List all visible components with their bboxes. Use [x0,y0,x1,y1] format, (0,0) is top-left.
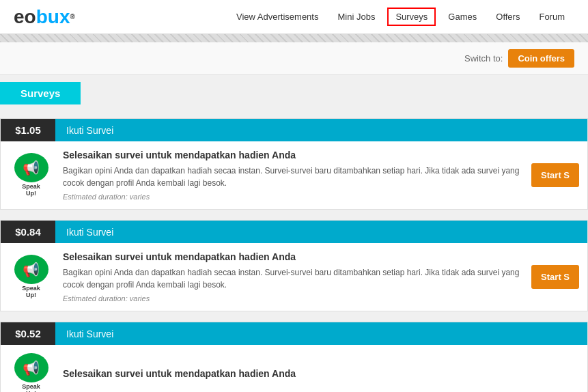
header: eobux® View Advertisements Mini Jobs Sur… [0,0,588,34]
survey-title: Selesaikan survei untuk mendapatkan hadi… [63,150,522,160]
survey-desc: Bagikan opini Anda dan dapatkan hadiah s… [63,266,522,291]
survey-header: $1.05 Ikuti Survei [1,119,587,141]
survey-content: Selesaikan survei untuk mendapatkan hadi… [63,368,579,383]
speak-up-circle: 📢 [14,255,48,284]
speak-up-circle: 📢 [14,153,48,182]
speak-up-logo: 📢 SpeakUp! [9,153,53,197]
survey-content: Selesaikan survei untuk mendapatkan hadi… [63,251,522,303]
nav-games[interactable]: Games [438,1,486,32]
nav-offers[interactable]: Offers [486,1,529,32]
speak-up-logo: 📢 SpeakUp! [9,353,53,392]
speak-up-label: SpeakUp! [22,384,40,392]
survey-item: $0.84 Ikuti Survei 📢 SpeakUp! Selesaikan… [0,220,588,311]
main-nav: View Advertisements Mini Jobs Surveys Ga… [227,1,574,32]
survey-title: Selesaikan survei untuk mendapatkan hadi… [63,251,522,262]
survey-body: 📢 SpeakUp! Selesaikan survei untuk menda… [1,141,587,209]
start-survey-button[interactable]: Start S [531,163,579,187]
page-title-area: Surveys [0,75,588,111]
logo: eobux® [14,6,75,28]
survey-header: $0.84 Ikuti Survei [1,221,587,243]
survey-desc: Bagikan opini Anda dan dapatkan hadiah s… [63,165,522,189]
survey-body: 📢 SpeakUp! Selesaikan survei untuk menda… [1,345,587,392]
survey-header: $0.52 Ikuti Survei [1,322,587,345]
survey-price: $0.52 [1,322,55,345]
survey-header-title: Ikuti Survei [55,120,124,141]
page-title-tab: Surveys [0,82,81,104]
surveys-container: $1.05 Ikuti Survei 📢 SpeakUp! Selesaikan… [0,111,588,392]
survey-title: Selesaikan survei untuk mendapatkan hadi… [63,368,579,379]
speak-up-circle: 📢 [14,353,48,382]
nav-mini-jobs[interactable]: Mini Jobs [328,1,384,32]
nav-forum[interactable]: Forum [529,1,574,32]
survey-price: $0.84 [1,221,55,243]
switch-bar: Switch to: Coin offers [0,42,588,75]
survey-price: $1.05 [1,119,55,141]
survey-header-title: Ikuti Survei [55,221,124,243]
coin-offers-button[interactable]: Coin offers [508,49,574,68]
gray-divider [0,34,588,42]
nav-surveys[interactable]: Surveys [387,8,436,26]
speak-up-label: SpeakUp! [22,184,40,197]
logo-registered: ® [70,13,74,20]
survey-body: 📢 SpeakUp! Selesaikan survei untuk menda… [1,243,587,311]
logo-bux: bux [36,6,70,28]
nav-view-ads[interactable]: View Advertisements [227,1,328,32]
switch-label: Switch to: [464,53,503,64]
survey-header-title: Ikuti Survei [55,323,124,345]
speak-up-label: SpeakUp! [22,285,40,299]
survey-duration: Estimated duration: varies [63,193,522,201]
logo-eo: eo [14,6,36,28]
start-survey-button[interactable]: Start S [531,265,579,289]
survey-duration: Estimated duration: varies [63,294,522,303]
survey-item: $0.52 Ikuti Survei 📢 SpeakUp! Selesaikan… [0,322,588,392]
survey-item: $1.05 Ikuti Survei 📢 SpeakUp! Selesaikan… [0,118,588,210]
speak-up-logo: 📢 SpeakUp! [9,255,53,299]
survey-content: Selesaikan survei untuk mendapatkan hadi… [63,150,522,201]
